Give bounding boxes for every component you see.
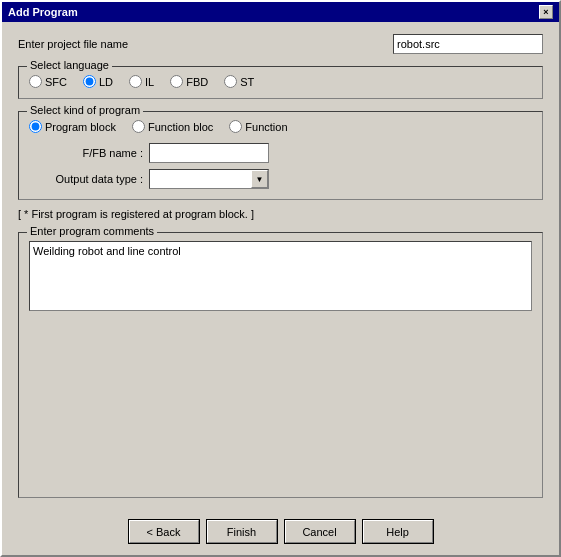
radio-sfc[interactable]	[29, 75, 42, 88]
back-button[interactable]: < Back	[129, 520, 199, 543]
select-language-label: Select language	[27, 59, 112, 71]
close-button[interactable]: ×	[539, 5, 553, 19]
lang-st[interactable]: ST	[224, 75, 254, 88]
comments-group-label: Enter program comments	[27, 225, 157, 237]
window-title: Add Program	[8, 6, 78, 18]
kind-function-label: Function	[245, 121, 287, 133]
kind-program-block[interactable]: Program block	[29, 120, 116, 133]
button-row: < Back Finish Cancel Help	[2, 510, 559, 555]
cancel-button[interactable]: Cancel	[285, 520, 355, 543]
lang-ld-label: LD	[99, 76, 113, 88]
select-kind-group: Select kind of program Program block Fun…	[18, 111, 543, 200]
fb-name-input[interactable]	[149, 143, 269, 163]
project-file-input[interactable]	[393, 34, 543, 54]
add-program-window: Add Program × Enter project file name Se…	[0, 0, 561, 557]
select-kind-label: Select kind of program	[27, 104, 143, 116]
lang-st-label: ST	[240, 76, 254, 88]
project-file-label: Enter project file name	[18, 38, 128, 50]
kind-program-block-label: Program block	[45, 121, 116, 133]
output-type-dropdown[interactable]: ▼	[149, 169, 269, 189]
lang-il[interactable]: IL	[129, 75, 154, 88]
dropdown-arrow[interactable]: ▼	[251, 170, 268, 188]
radio-function-bloc[interactable]	[132, 120, 145, 133]
radio-fbd[interactable]	[170, 75, 183, 88]
project-file-row: Enter project file name	[18, 34, 543, 54]
fb-fields: F/FB name : Output data type : ▼	[29, 143, 532, 189]
lang-fbd-label: FBD	[186, 76, 208, 88]
kind-function[interactable]: Function	[229, 120, 287, 133]
kind-function-bloc-label: Function bloc	[148, 121, 213, 133]
output-type-label: Output data type :	[39, 173, 149, 185]
title-bar: Add Program ×	[2, 2, 559, 22]
fb-name-row: F/FB name :	[39, 143, 532, 163]
language-options: SFC LD IL FBD ST	[29, 75, 532, 88]
radio-function[interactable]	[229, 120, 242, 133]
kind-content: Program block Function bloc Function F/F…	[29, 120, 532, 189]
kind-function-bloc[interactable]: Function bloc	[132, 120, 213, 133]
comments-group: Enter program comments	[18, 232, 543, 498]
lang-sfc-label: SFC	[45, 76, 67, 88]
lang-sfc[interactable]: SFC	[29, 75, 67, 88]
radio-ld[interactable]	[83, 75, 96, 88]
output-type-row: Output data type : ▼	[39, 169, 532, 189]
comments-input[interactable]	[29, 241, 532, 311]
radio-il[interactable]	[129, 75, 142, 88]
note-content: [ * First program is registered at progr…	[18, 208, 254, 220]
select-language-group: Select language SFC LD IL FBD	[18, 66, 543, 99]
radio-st[interactable]	[224, 75, 237, 88]
fb-name-label: F/FB name :	[39, 147, 149, 159]
lang-il-label: IL	[145, 76, 154, 88]
dialog-content: Enter project file name Select language …	[2, 22, 559, 510]
kind-options: Program block Function bloc Function	[29, 120, 532, 133]
finish-button[interactable]: Finish	[207, 520, 277, 543]
help-button[interactable]: Help	[363, 520, 433, 543]
note-text: [ * First program is registered at progr…	[18, 208, 543, 220]
lang-fbd[interactable]: FBD	[170, 75, 208, 88]
lang-ld[interactable]: LD	[83, 75, 113, 88]
radio-program-block[interactable]	[29, 120, 42, 133]
